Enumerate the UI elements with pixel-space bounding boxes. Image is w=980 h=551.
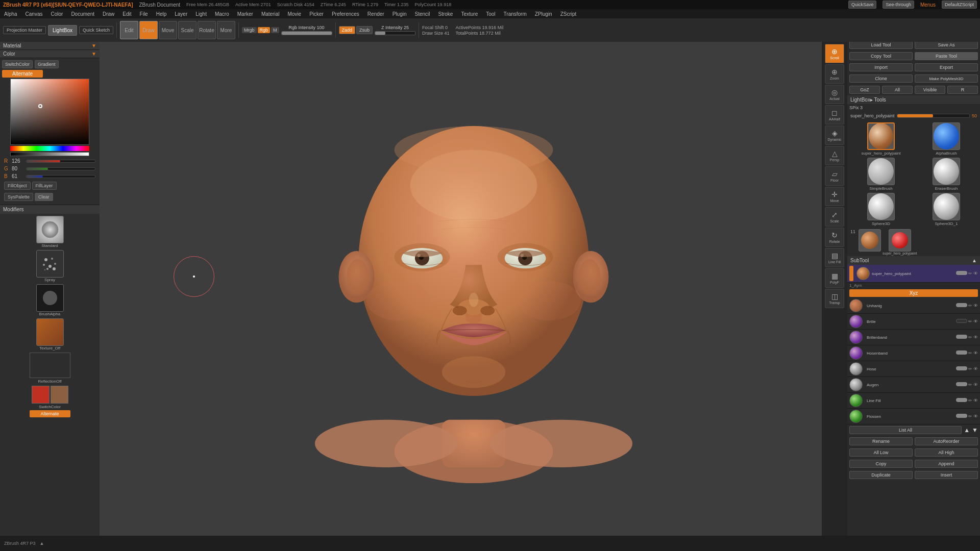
subtool-item-2[interactable]: Brille ✏ 👁 [847, 314, 980, 330]
zadd-button[interactable]: Zadd [339, 26, 356, 34]
nav-persp[interactable]: △ Persp [825, 146, 844, 165]
nav-floor[interactable]: ▱ Floor [825, 166, 844, 186]
subtool-vis-8[interactable]: 👁 [973, 414, 978, 419]
menu-preferences[interactable]: Preferences [330, 11, 361, 17]
rgb-button[interactable]: Rgb [258, 27, 271, 33]
menu-tool[interactable]: Tool [484, 11, 497, 17]
menu-render[interactable]: Render [365, 11, 386, 17]
nav-zoom[interactable]: ⊕ Zoom [825, 64, 844, 84]
alpha-brush-thumb[interactable] [933, 122, 960, 150]
menu-draw[interactable]: Draw [101, 11, 116, 17]
xyz-button[interactable]: Xyz [849, 289, 978, 297]
subtool-eye-0[interactable]: ✏ [968, 271, 972, 276]
quick-sketch-button[interactable]: Quick Sketch [79, 26, 113, 35]
export-button[interactable]: Export [915, 63, 978, 71]
nav-linefill[interactable]: ▤ Line Fill [825, 248, 844, 267]
menu-zscript[interactable]: ZScript [558, 11, 579, 17]
subtool-item-5[interactable]: Hose ✏ 👁 [847, 361, 980, 377]
lightbox-intensity-slider[interactable] [897, 114, 970, 118]
b-slider[interactable] [26, 175, 95, 178]
move-button[interactable]: Move [159, 21, 177, 39]
menu-file[interactable]: File [138, 11, 150, 17]
subtool-item-3[interactable]: Brillenband ✏ 👁 [847, 330, 980, 345]
r-button[interactable]: R [947, 86, 978, 94]
list-all-button[interactable]: List All [849, 426, 962, 434]
subtool-item-8[interactable]: Flossen ✏ 👁 [847, 409, 980, 424]
nav-scale[interactable]: ⤢ Scale [825, 207, 844, 227]
canvas-area[interactable] [100, 42, 847, 536]
g-slider[interactable] [26, 167, 95, 170]
subtool-vis-5[interactable]: 👁 [973, 366, 978, 371]
subtool-vis-7[interactable]: 👁 [973, 398, 978, 403]
nav-move[interactable]: ✛ Move [825, 187, 844, 206]
texture-off-thumb[interactable] [36, 318, 64, 346]
switch-color-swatch-1[interactable] [32, 386, 50, 404]
gradient-button[interactable]: Gradient [35, 60, 59, 68]
modifiers-label[interactable]: Modifiers [0, 205, 100, 214]
save-as-button[interactable]: Save As [915, 41, 978, 49]
copy-button[interactable]: Copy [849, 460, 913, 468]
subtool-header[interactable]: SubTool ▲ [847, 256, 980, 265]
sphere3d-1-thumb[interactable] [933, 193, 960, 220]
list-down-icon[interactable]: ▼ [972, 427, 978, 434]
menu-canvas[interactable]: Canvas [23, 11, 45, 17]
menu-picker[interactable]: Picker [307, 11, 326, 17]
m-button[interactable]: M [271, 27, 279, 33]
nav-dynamic[interactable]: ◈ Dynamic [825, 126, 844, 145]
subtool-item-6[interactable]: Augen ✏ 👁 [847, 377, 980, 393]
clone-button[interactable]: Clone [849, 74, 913, 83]
insert-button[interactable]: Insert [915, 471, 978, 479]
subtool-eye-1[interactable]: ✏ [968, 303, 972, 308]
nav-transp[interactable]: ◫ Transp [825, 289, 844, 308]
clear-button[interactable]: Clear [35, 193, 53, 201]
menu-transform[interactable]: Transform [502, 11, 529, 17]
subtool-toggle-1[interactable] [956, 303, 967, 307]
subtool-eye-3[interactable]: ✏ [968, 335, 972, 340]
z-intensity-slider[interactable] [375, 31, 415, 35]
all-low-button[interactable]: All Low [849, 448, 913, 457]
all-button[interactable]: All [882, 86, 913, 94]
menu-edit[interactable]: Edit [120, 11, 133, 17]
menu-movie[interactable]: Movie [285, 11, 303, 17]
nav-scroll[interactable]: ⊕ Scroll [825, 44, 844, 63]
color-header[interactable]: Color ▼ [0, 50, 100, 58]
menu-plugin[interactable]: Plugin [390, 11, 409, 17]
fill-layer-button[interactable]: FillLayer [32, 182, 57, 190]
menu-marker[interactable]: Marker [235, 11, 255, 17]
subtool-toggle-5[interactable] [956, 366, 967, 370]
alternate-button[interactable]: Alternate [2, 70, 43, 78]
subtool-toggle-0[interactable] [956, 271, 967, 275]
standard-brush-thumb[interactable] [36, 216, 64, 243]
subtool-item-7[interactable]: Line Fill ✏ 👁 [847, 393, 980, 409]
subtool-toggle-8[interactable] [956, 414, 967, 418]
rotate-button[interactable]: Rotate [198, 21, 216, 39]
list-up-icon[interactable]: ▲ [964, 427, 970, 434]
subtool-toggle-2[interactable] [956, 319, 967, 323]
rename-button[interactable]: Rename [849, 437, 913, 445]
subtool-eye-6[interactable]: ✏ [968, 382, 972, 387]
r-slider[interactable] [26, 160, 95, 163]
menu-layer[interactable]: Layer [173, 11, 189, 17]
subtool-item-0[interactable]: super_hero_polypaint ✏ 👁 [847, 265, 980, 283]
subtool-lock-0[interactable]: 👁 [973, 271, 978, 276]
gradient-swatch[interactable] [30, 353, 70, 378]
menu-stencil[interactable]: Stencil [412, 11, 432, 17]
goz-button[interactable]: GoZ [849, 86, 880, 94]
spray-brush-thumb[interactable] [36, 250, 64, 278]
subtool-vis-3[interactable]: 👁 [973, 335, 978, 340]
color-picker[interactable] [10, 79, 89, 145]
nav-rotate[interactable]: ↻ Rotate [825, 228, 844, 247]
menus-button[interactable]: Menus [920, 2, 936, 8]
zsub-button[interactable]: Zsub [356, 26, 373, 34]
rgb-intensity-slider[interactable] [281, 31, 332, 35]
menu-color[interactable]: Color [48, 11, 65, 17]
edit-button[interactable]: Edit [120, 21, 138, 39]
mrgb-button[interactable]: Mrgb [242, 27, 257, 33]
subtool-eye-4[interactable]: ✏ [968, 350, 972, 356]
menu-alpha[interactable]: Alpha [2, 11, 19, 17]
draw-button[interactable]: Draw [139, 21, 158, 39]
sys-palette-button[interactable]: SysPalette [4, 193, 33, 201]
append-button[interactable]: Append [915, 460, 978, 468]
nav-aahalf[interactable]: ◻ AAHalf [825, 105, 844, 124]
auto-reorder-button[interactable]: AutoReorder [915, 437, 978, 445]
